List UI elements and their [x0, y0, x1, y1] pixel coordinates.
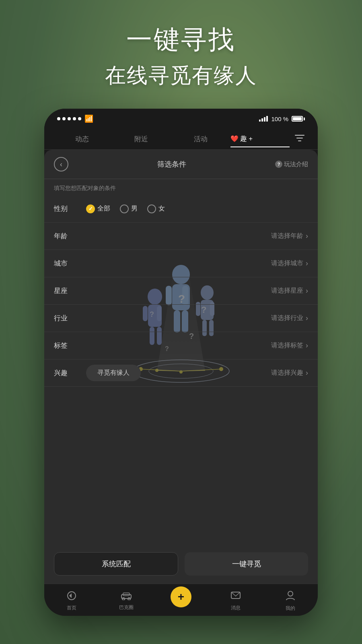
hero-section: 一键寻找 在线寻觅有缘人	[0, 24, 362, 90]
signal-icon	[259, 116, 268, 122]
industry-placeholder: 请选择行业	[271, 314, 303, 322]
gender-all-label: 全部	[97, 204, 110, 213]
nav-tabs: 动态 附近 活动 ❤️ 趣 +	[44, 129, 318, 150]
nav-profile[interactable]: 我的	[263, 588, 318, 612]
industry-label: 行业	[54, 314, 78, 323]
nav-home-label: 首页	[67, 605, 76, 611]
one-key-search-label: 一键寻觅	[232, 559, 261, 569]
interest-btn[interactable]: 寻觅有缘人	[86, 365, 141, 381]
nav-car[interactable]: 巴克圈	[99, 589, 154, 611]
status-left: 📶	[57, 114, 93, 123]
svg-point-44	[288, 591, 293, 596]
one-key-search-button[interactable]: 一键寻觅	[185, 552, 308, 576]
system-match-button[interactable]: 系统匹配	[54, 552, 178, 576]
tab-nearby[interactable]: 附近	[112, 131, 171, 147]
filter-panel-title: 筛选条件	[157, 159, 186, 169]
industry-select[interactable]: 请选择行业 ›	[271, 314, 308, 322]
gender-options: ✓ 全部 男 女	[86, 204, 165, 213]
age-row[interactable]: 年龄 请选择年龄 ›	[44, 223, 318, 250]
car-icon	[121, 591, 132, 603]
filter-icon[interactable]	[290, 134, 310, 145]
tab-events[interactable]: 活动	[171, 131, 230, 147]
tab-interest[interactable]: ❤️ 趣 +	[230, 131, 290, 147]
gender-male-radio[interactable]	[120, 204, 129, 213]
plus-icon[interactable]: +	[171, 586, 191, 607]
nav-home[interactable]: 首页	[44, 588, 99, 611]
tags-select[interactable]: 请选择标签 ›	[271, 341, 308, 350]
nav-profile-label: 我的	[286, 605, 295, 612]
system-match-label: 系统匹配	[102, 559, 131, 569]
nav-message[interactable]: 消息	[208, 588, 263, 611]
gender-female-radio[interactable]	[147, 204, 156, 213]
nav-car-label: 巴克圈	[119, 604, 134, 611]
battery-icon	[292, 116, 305, 122]
back-button[interactable]: ‹	[54, 157, 68, 171]
interest-label: 兴趣	[54, 368, 78, 378]
tab-news[interactable]: 动态	[52, 131, 112, 147]
bottom-nav: 首页 巴克圈 +	[44, 584, 318, 616]
status-dots	[57, 117, 81, 120]
age-chevron-icon: ›	[306, 232, 308, 240]
age-select[interactable]: 请选择年龄 ›	[271, 232, 308, 240]
profile-icon	[286, 590, 295, 603]
tags-chevron-icon: ›	[306, 341, 308, 350]
filter-header: ‹ 筛选条件 ? 玩法介绍	[44, 150, 318, 179]
phone-frame: 📶 100 % 动态 附近 活动 ❤️ 趣 +	[44, 109, 318, 616]
filter-subtitle: 填写您想匹配对象的条件	[44, 179, 318, 195]
industry-row[interactable]: 行业 请选择行业 ›	[44, 305, 318, 332]
industry-chevron-icon: ›	[306, 314, 308, 322]
battery-percent: 100 %	[271, 116, 288, 122]
nav-plus[interactable]: +	[154, 593, 208, 607]
constellation-select[interactable]: 请选择星座 ›	[271, 287, 308, 295]
gender-male-label: 男	[131, 204, 138, 213]
heart-icon: ❤️	[230, 135, 239, 142]
city-row[interactable]: 城市 请选择城市 ›	[44, 250, 318, 277]
interest-row[interactable]: 兴趣 寻觅有缘人 请选择兴趣 ›	[44, 359, 318, 387]
gender-all-radio[interactable]: ✓	[86, 204, 95, 213]
hero-subtitle: 在线寻觅有缘人	[0, 62, 362, 90]
interest-select[interactable]: 请选择兴趣 ›	[271, 369, 308, 377]
gender-row: 性别 ✓ 全部 男 女	[44, 195, 318, 223]
age-placeholder: 请选择年龄	[271, 232, 303, 240]
home-icon	[66, 591, 77, 603]
help-circle-icon: ?	[275, 161, 282, 168]
tags-placeholder: 请选择标签	[271, 341, 303, 350]
svg-marker-38	[69, 593, 72, 598]
tags-row[interactable]: 标签 请选择标签 ›	[44, 332, 318, 359]
status-right: 100 %	[259, 116, 305, 122]
interest-placeholder: 请选择兴趣	[271, 369, 303, 377]
action-buttons: 系统匹配 一键寻觅	[44, 544, 318, 584]
constellation-row[interactable]: 星座 请选择星座 ›	[44, 277, 318, 305]
city-label: 城市	[54, 259, 78, 268]
gender-male-option[interactable]: 男	[120, 204, 138, 213]
gender-female-label: 女	[158, 204, 165, 213]
constellation-placeholder: 请选择星座	[271, 287, 303, 295]
tab-interest-label: 趣 +	[240, 134, 253, 143]
gender-label: 性别	[54, 204, 78, 213]
nav-message-label: 消息	[231, 605, 241, 611]
city-placeholder: 请选择城市	[271, 259, 303, 268]
tags-label: 标签	[54, 341, 78, 350]
age-label: 年龄	[54, 231, 78, 241]
help-link[interactable]: ? 玩法介绍	[275, 161, 308, 168]
filter-panel: ‹ 筛选条件 ? 玩法介绍 填写您想匹配对象的条件	[44, 150, 318, 616]
hero-title: 一键寻找	[0, 24, 362, 55]
gender-all-option[interactable]: ✓ 全部	[86, 204, 110, 213]
city-chevron-icon: ›	[306, 259, 308, 268]
constellation-label: 星座	[54, 286, 78, 295]
wifi-icon: 📶	[84, 114, 93, 123]
constellation-chevron-icon: ›	[306, 287, 308, 295]
help-label: 玩法介绍	[284, 161, 308, 168]
gender-female-option[interactable]: 女	[147, 204, 165, 213]
plus-symbol: +	[178, 590, 184, 603]
message-icon	[230, 591, 241, 603]
city-select[interactable]: 请选择城市 ›	[271, 259, 308, 268]
status-bar: 📶 100 %	[44, 109, 318, 129]
interest-chevron-icon: ›	[306, 369, 308, 377]
